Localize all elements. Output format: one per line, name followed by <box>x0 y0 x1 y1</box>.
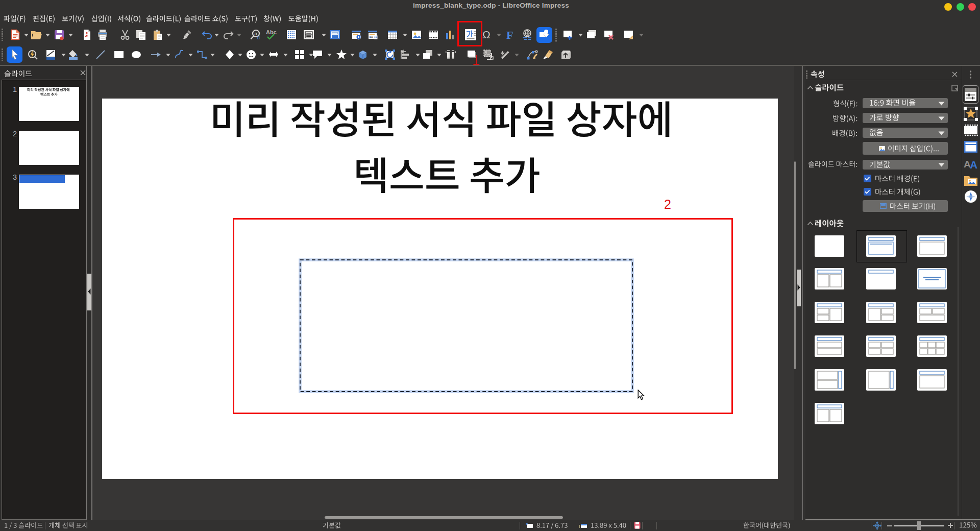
svg-text:I: I <box>579 524 580 528</box>
svg-text:Abc: Abc <box>266 29 277 35</box>
svg-text:A: A <box>970 159 977 170</box>
svg-text:Ω: Ω <box>482 29 491 40</box>
svg-text:F: F <box>506 29 513 40</box>
svg-text:d: d <box>257 35 260 40</box>
